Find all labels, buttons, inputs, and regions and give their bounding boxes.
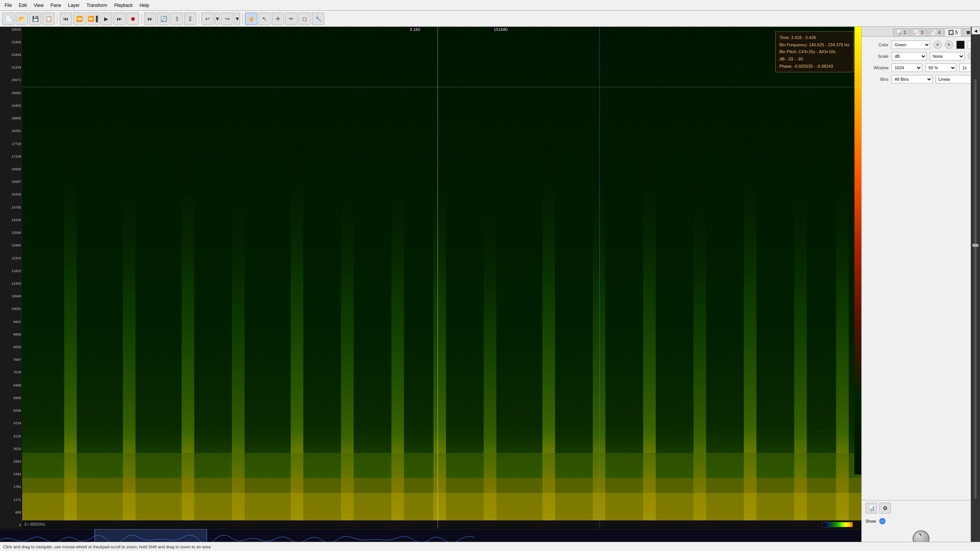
main-layout: 0 609 1171 1781 2343 2953 3515 4125 4734… bbox=[0, 27, 980, 551]
arrow-tool[interactable]: ↖ bbox=[258, 13, 271, 25]
open-file-button[interactable]: 📂 bbox=[16, 13, 28, 25]
dial-tick bbox=[919, 533, 921, 536]
loop-button[interactable]: 🔄 bbox=[157, 13, 170, 25]
menu-help[interactable]: Help bbox=[137, 2, 152, 9]
freq-label-3515: 3515 bbox=[0, 447, 22, 451]
tab-4[interactable]: 📉 4 bbox=[928, 28, 944, 36]
freq-label-7078: 7078 bbox=[0, 371, 22, 375]
color-black-btn[interactable] bbox=[956, 41, 965, 49]
tab-4-icon: 📉 bbox=[931, 30, 937, 35]
undo-button[interactable]: ↩ bbox=[201, 13, 214, 25]
scale-select[interactable]: dB bbox=[892, 52, 927, 60]
panel-collapse-button[interactable]: ◀ bbox=[972, 27, 980, 34]
tab-3-label: 3 bbox=[921, 30, 923, 35]
freq-label-22406: 22406 bbox=[0, 41, 22, 44]
redo-button[interactable]: ↪ bbox=[221, 13, 234, 25]
menu-edit[interactable]: Edit bbox=[16, 2, 30, 9]
save-as-button[interactable]: 📋 bbox=[42, 13, 55, 25]
menu-playback[interactable]: Playback bbox=[111, 2, 136, 9]
bins-select[interactable]: All Bins bbox=[892, 75, 933, 83]
play-button[interactable]: ▶ bbox=[100, 13, 112, 25]
spectrogram-area[interactable]: 0 609 1171 1781 2343 2953 3515 4125 4734… bbox=[0, 27, 861, 551]
sep1 bbox=[57, 14, 57, 23]
menu-view[interactable]: View bbox=[31, 2, 47, 9]
go-button[interactable]: ⏭ bbox=[144, 13, 156, 25]
new-button[interactable]: 📄 bbox=[2, 13, 15, 25]
sample-rate-bar: 8 / 48000Hz bbox=[22, 520, 861, 528]
vol-thumb[interactable] bbox=[972, 244, 978, 247]
tooltip-binfreq: Bin Frequency: 140.625 - 234.375 Hz bbox=[779, 41, 849, 49]
play-end-button[interactable]: ⏭ bbox=[113, 13, 126, 25]
status-message: Click and drag to navigate; use mouse-wh… bbox=[3, 544, 211, 549]
freq-label-2343: 2343 bbox=[0, 473, 22, 476]
show-indicator[interactable] bbox=[879, 518, 885, 524]
freq-label-8250: 8250 bbox=[0, 346, 22, 349]
snap-button[interactable]: S̲ bbox=[171, 13, 183, 25]
window-pct-select[interactable]: 50 % bbox=[925, 64, 956, 72]
bins-label: Bins bbox=[866, 77, 889, 82]
save-button[interactable]: 💾 bbox=[29, 13, 41, 25]
freq-label-9421: 9421 bbox=[0, 320, 22, 324]
window-row: Window 1024 50 % 1x bbox=[866, 64, 976, 72]
freq-label-21234: 21234 bbox=[0, 66, 22, 70]
window-label: Window bbox=[866, 65, 889, 70]
right-panel: 📊 2 📈 3 📉 4 🔲 5 🔳 6 ◀ bbox=[861, 27, 980, 551]
color-reset-btn[interactable]: ↺ bbox=[933, 41, 942, 49]
freq-label-21843: 21843 bbox=[0, 53, 22, 57]
freq-label-10640: 10640 bbox=[0, 295, 22, 298]
record-button[interactable]: ⏺ bbox=[127, 13, 139, 25]
freq-label-23015: 23015 bbox=[0, 28, 22, 32]
freq-label-20671: 20671 bbox=[0, 78, 22, 82]
menu-transform[interactable]: Transform bbox=[83, 2, 110, 9]
show-row: Show bbox=[862, 516, 980, 527]
erase-tool[interactable]: ◻ bbox=[299, 13, 311, 25]
menu-layer[interactable]: Layer bbox=[65, 2, 83, 9]
color-label: Color bbox=[866, 42, 889, 47]
freq-label-6468: 6468 bbox=[0, 384, 22, 388]
spectrogram-display[interactable]: 3.160 151680 Time: 3.418 - 3.439 Bin Fre… bbox=[22, 27, 861, 528]
tab-2-icon: 📊 bbox=[897, 30, 902, 35]
undo-dropdown[interactable]: ▼ bbox=[215, 13, 220, 25]
window-size-select[interactable]: 1024 bbox=[892, 64, 922, 72]
scale-label: Scale bbox=[866, 54, 889, 59]
tab-2[interactable]: 📊 2 bbox=[893, 28, 910, 36]
snap2-button[interactable]: Z̲ bbox=[184, 13, 196, 25]
tab-3[interactable]: 📈 3 bbox=[910, 28, 927, 36]
freq-label-609: 609 bbox=[0, 511, 22, 515]
select-tool[interactable]: ☝ bbox=[245, 13, 257, 25]
tooltip-binpitch: Bin Pitch: C#3+25c - A#3+10c bbox=[779, 48, 849, 55]
freq-label-4125: 4125 bbox=[0, 435, 22, 439]
show-label: Show bbox=[866, 519, 876, 523]
color-sync-btn[interactable]: ↻ bbox=[945, 41, 953, 49]
menu-file[interactable]: File bbox=[2, 2, 15, 9]
freq-label-16500: 16500 bbox=[0, 168, 22, 171]
freq-label-11203: 11203 bbox=[0, 282, 22, 286]
color-select[interactable]: Green bbox=[892, 41, 930, 49]
play-forward-button[interactable]: ⏩▐ bbox=[87, 13, 99, 25]
freq-label-5296: 5296 bbox=[0, 409, 22, 413]
pencil-tool[interactable]: ✏ bbox=[285, 13, 297, 25]
tab-5[interactable]: 🔲 5 bbox=[945, 28, 961, 36]
tab-5-icon: 🔲 bbox=[948, 30, 954, 35]
freq-label-5906: 5906 bbox=[0, 396, 22, 400]
bar-chart-button[interactable]: 📊 bbox=[866, 503, 877, 514]
panel-spacer bbox=[862, 87, 980, 500]
color-scale-bar bbox=[854, 27, 861, 474]
bottom-toolbar: 📊 ⚙ bbox=[862, 500, 980, 516]
play-start-button[interactable]: ⏮ bbox=[60, 13, 72, 25]
menu-pane[interactable]: Pane bbox=[47, 2, 64, 9]
cursor-line-vertical1 bbox=[438, 27, 438, 528]
freq-label-1781: 1781 bbox=[0, 485, 22, 489]
bins-interp-select[interactable]: Linear bbox=[936, 75, 977, 83]
cursor-time-label2: 151680 bbox=[492, 27, 510, 32]
settings-button[interactable]: ⚙ bbox=[879, 503, 891, 514]
volume-slider[interactable] bbox=[971, 27, 980, 551]
wand-tool[interactable]: 🔧 bbox=[312, 13, 324, 25]
play-back-button[interactable]: ⏪ bbox=[73, 13, 85, 25]
move-tool[interactable]: ✛ bbox=[272, 13, 284, 25]
scale-none-select[interactable]: None bbox=[930, 52, 965, 60]
view-tabs-bar: 📊 2 📈 3 📉 4 🔲 5 🔳 6 ◀ bbox=[862, 27, 980, 37]
freq-label-18890: 18890 bbox=[0, 117, 22, 121]
redo-dropdown[interactable]: ▼ bbox=[235, 13, 240, 25]
freq-label-0: 0 bbox=[0, 523, 22, 527]
